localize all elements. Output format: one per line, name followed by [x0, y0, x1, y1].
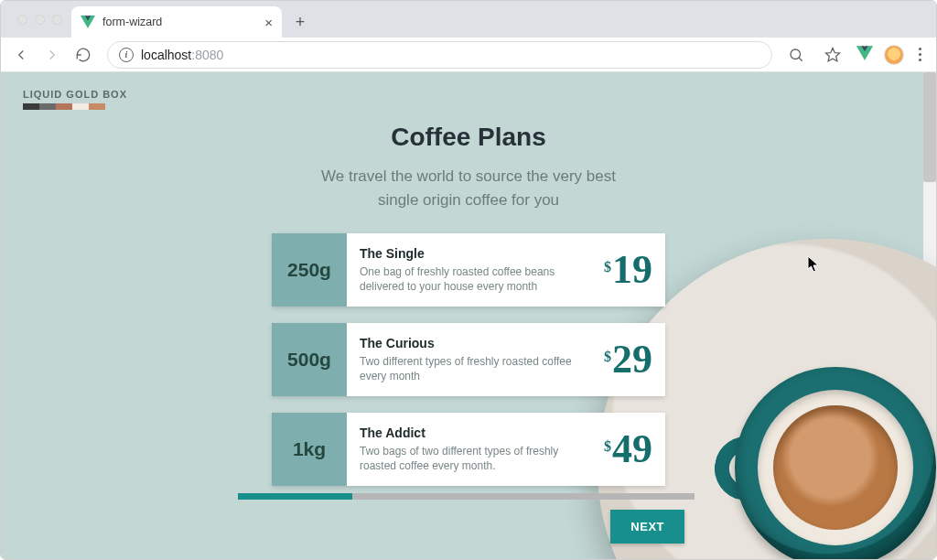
next-button[interactable]: NEXT — [610, 510, 684, 544]
plan-price: $ 19 — [604, 250, 652, 290]
wizard-content: Coffee Plans We travel the world to sour… — [1, 123, 936, 486]
window-close-dot[interactable] — [17, 15, 27, 25]
browser-window: form-wizard × + i localhost:8080 — [0, 0, 937, 560]
reload-button[interactable] — [70, 42, 96, 68]
vue-devtools-icon[interactable] — [856, 45, 873, 65]
window-controls[interactable] — [8, 1, 71, 38]
back-button[interactable] — [8, 42, 34, 68]
vue-favicon-icon — [81, 15, 95, 29]
page-viewport: LIQUID GOLD BOX Coffee Plans We travel t… — [1, 72, 936, 559]
plan-desc: Two different types of freshly roasted c… — [360, 354, 595, 383]
plan-price: $ 29 — [604, 339, 652, 380]
tab-title: form-wizard — [102, 16, 162, 28]
plan-card-single[interactable]: 250g The Single One bag of freshly roast… — [272, 233, 665, 307]
site-logo: LIQUID GOLD BOX — [23, 89, 127, 110]
plan-name: The Addict — [360, 425, 595, 440]
bookmark-star-icon[interactable] — [820, 42, 845, 68]
logo-palette — [23, 103, 127, 110]
site-info-icon[interactable]: i — [119, 48, 134, 62]
plan-card-addict[interactable]: 1kg The Addict Two bags of two different… — [272, 413, 665, 486]
page-title: Coffee Plans — [391, 123, 546, 152]
profile-avatar[interactable] — [884, 45, 904, 65]
window-zoom-dot[interactable] — [52, 15, 62, 25]
svg-line-1 — [799, 58, 802, 61]
address-bar[interactable]: i localhost:8080 — [107, 41, 772, 69]
svg-marker-2 — [826, 48, 840, 60]
svg-point-0 — [791, 49, 801, 59]
plan-weight: 250g — [272, 233, 347, 307]
plan-name: The Single — [360, 246, 595, 261]
plan-desc: One bag of freshly roasted coffee beans … — [360, 264, 595, 294]
mouse-cursor-icon — [807, 255, 820, 274]
page-subtitle: We travel the world to source the very b… — [321, 165, 616, 213]
plan-price: $ 49 — [604, 429, 652, 469]
forward-button[interactable] — [39, 42, 65, 68]
zoom-icon[interactable] — [783, 42, 809, 68]
browser-menu-icon[interactable] — [915, 48, 925, 61]
plan-desc: Two bags of two different types of fresh… — [360, 444, 595, 473]
tab-strip: form-wizard × + — [1, 1, 936, 38]
browser-toolbar: i localhost:8080 — [1, 38, 936, 72]
new-tab-button[interactable]: + — [287, 9, 313, 35]
plan-card-curious[interactable]: 500g The Curious Two different types of … — [272, 323, 665, 396]
url-port: :8080 — [191, 48, 223, 62]
plan-weight: 1kg — [272, 413, 347, 486]
url-host: localhost — [141, 48, 191, 62]
plan-list: 250g The Single One bag of freshly roast… — [272, 233, 665, 486]
site-logo-text: LIQUID GOLD BOX — [23, 89, 127, 100]
browser-tab[interactable]: form-wizard × — [71, 6, 282, 38]
window-minimize-dot[interactable] — [35, 15, 45, 25]
progress-fill — [238, 493, 352, 500]
plan-name: The Curious — [360, 336, 595, 350]
tab-close-icon[interactable]: × — [264, 16, 273, 29]
plan-weight: 500g — [272, 323, 347, 396]
progress-bar — [238, 493, 695, 500]
